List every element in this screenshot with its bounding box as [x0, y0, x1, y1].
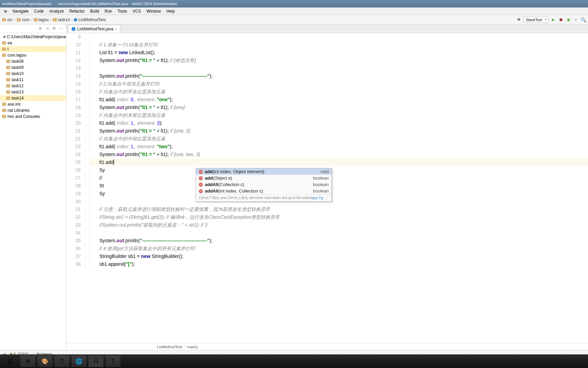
crumb-class[interactable]: ListMethodTest: [155, 345, 184, 349]
menu-navigate[interactable]: Navigate: [10, 9, 31, 14]
bc-com[interactable]: com: [17, 17, 30, 22]
bc-src[interactable]: src: [2, 17, 13, 22]
tree-item[interactable]: task08: [0, 58, 66, 64]
class-icon: [71, 27, 76, 31]
folder-icon: [6, 96, 10, 100]
class-icon: [74, 18, 77, 21]
completion-item[interactable]: madd(Object e)boolean: [196, 175, 331, 181]
tree-item[interactable]: task10: [0, 71, 66, 77]
completion-hint: Ctrl+向下箭头 and Ctrl+向上箭头 will move caret …: [196, 194, 331, 201]
completion-popup: madd(int index, Object element)voidmadd(…: [196, 168, 332, 202]
menu-view[interactable]: w: [1, 9, 10, 14]
search-icon[interactable]: 🔍: [581, 17, 586, 22]
menu-refactor[interactable]: Refactor: [66, 9, 87, 14]
editor-tabs: ListMethodTest.java ×: [66, 25, 588, 33]
tree-item[interactable]: task13: [0, 89, 66, 95]
project-tree[interactable]: e C:\Users\Marz\IdeaProjects\javaseeatco…: [0, 33, 66, 350]
tree-item[interactable]: task09: [0, 64, 66, 71]
method-icon: m: [199, 189, 203, 193]
folder-icon: [2, 109, 6, 112]
build-icon[interactable]: ⚒: [516, 17, 521, 22]
stop-icon[interactable]: ■: [573, 17, 578, 22]
menu-build[interactable]: Build: [87, 9, 102, 14]
crumb-method[interactable]: main(): [185, 345, 200, 349]
navigation-bar: src› com› lagou› task14› ListMethodTest …: [0, 15, 588, 25]
tree-item[interactable]: task14: [0, 95, 66, 101]
completion-item[interactable]: madd(int index, Object element)void: [196, 168, 331, 175]
tree-item[interactable]: task12: [0, 83, 66, 89]
breadcrumb: src› com› lagou› task14› ListMethodTest: [2, 17, 106, 22]
tab-label: ListMethodTest.java: [77, 27, 113, 31]
folder-icon: [6, 84, 10, 88]
close-icon[interactable]: ×: [115, 27, 117, 31]
hide-icon[interactable]: —: [59, 26, 64, 31]
next-tip-link[interactable]: Next Tip: [311, 196, 323, 200]
code-editor[interactable]: // 1.准备一个List集合并打印List lt1 = new LinkedL…: [90, 33, 588, 268]
method-icon: m: [199, 170, 203, 174]
menu-run[interactable]: Run: [102, 9, 115, 14]
menu-window[interactable]: Window: [144, 9, 164, 14]
tree-item[interactable]: task11: [0, 77, 66, 83]
menu-help[interactable]: Help: [164, 9, 178, 14]
tree-item[interactable]: hes and Consoles: [0, 113, 66, 120]
sidebar-toolbar: ⊕ ⇥ ⚙ —: [0, 25, 66, 33]
method-icon: m: [199, 183, 203, 187]
editor-crumbbar: ListMethodTest main(): [66, 343, 588, 350]
completion-item[interactable]: maddAll(Collection c)boolean: [196, 181, 331, 188]
line-gutter: 9101112131415161718192021222324252627282…: [66, 33, 85, 268]
project-sidebar: ⊕ ⇥ ⚙ — e C:\Users\Marz\IdeaProjects\jav…: [0, 25, 66, 350]
app-text[interactable]: T: [105, 355, 120, 367]
method-icon: m: [199, 176, 203, 180]
tree-item[interactable]: com.lagou: [0, 52, 66, 58]
folder-icon: [2, 53, 6, 57]
app-gear[interactable]: ⚙: [20, 355, 35, 367]
folder-icon: [6, 72, 10, 75]
folder-icon: [2, 18, 6, 21]
coverage-icon[interactable]: ▣: [566, 17, 571, 22]
app-chrome[interactable]: 🌐: [71, 355, 86, 367]
fold-gutter[interactable]: [85, 33, 90, 268]
tree-item[interactable]: t: [0, 46, 66, 52]
tree-item[interactable]: ea: [0, 40, 66, 46]
target-icon[interactable]: ⊕: [39, 26, 44, 31]
editor-area: ListMethodTest.java × 910111213141516171…: [66, 25, 588, 350]
gear-icon[interactable]: ⚙: [52, 26, 57, 31]
app-calc[interactable]: 🗒: [54, 355, 69, 367]
editor-tab[interactable]: ListMethodTest.java ×: [68, 25, 120, 33]
tree-item[interactable]: ase.iml: [0, 101, 66, 107]
bc-task14[interactable]: task14: [53, 17, 70, 22]
menu-bar: w Navigate Code Analyze Refactor Build R…: [0, 7, 588, 15]
collapse-icon[interactable]: ⇥: [46, 26, 50, 31]
start-button[interactable]: ⊞: [1, 355, 18, 367]
folder-icon: [2, 115, 6, 118]
bc-lagou[interactable]: lagou: [34, 17, 49, 22]
app-paint[interactable]: 🎨: [37, 355, 52, 367]
folder-icon: [6, 60, 10, 63]
completion-item[interactable]: maddAll(int index, Collection c)boolean: [196, 188, 331, 194]
windows-taskbar: ⊞ ⚙ 🎨 🗒 🌐 IJ T: [0, 354, 588, 368]
menu-vcs[interactable]: VCS: [130, 9, 144, 14]
folder-icon: [53, 18, 57, 21]
folder-icon: [2, 41, 6, 45]
folder-icon: [17, 18, 21, 21]
window-title: ers\Marz\IdeaProjects\javase] - ...\src\…: [2, 2, 177, 6]
bc-file[interactable]: ListMethodTest: [74, 17, 106, 22]
menu-code[interactable]: Code: [31, 9, 47, 14]
tree-item[interactable]: nal Libraries: [0, 107, 66, 113]
app-intellij[interactable]: IJ: [88, 355, 103, 367]
tree-item[interactable]: e C:\Users\Marz\IdeaProjects\javase: [0, 34, 66, 40]
folder-icon: [6, 66, 10, 69]
title-bar: ers\Marz\IdeaProjects\javase] - ...\src\…: [0, 0, 588, 7]
debug-icon[interactable]: 🐞: [558, 17, 564, 22]
folder-icon: [6, 78, 10, 81]
folder-icon: [6, 90, 10, 94]
folder-icon: [2, 47, 6, 51]
run-config-selector[interactable]: StackTest: [523, 17, 549, 23]
menu-tools[interactable]: Tools: [115, 9, 130, 14]
folder-icon: [34, 18, 38, 21]
run-icon[interactable]: ▶: [551, 17, 556, 22]
more-icon[interactable]: ⋮: [325, 196, 329, 200]
folder-icon: [2, 103, 6, 106]
menu-analyze[interactable]: Analyze: [47, 9, 67, 14]
